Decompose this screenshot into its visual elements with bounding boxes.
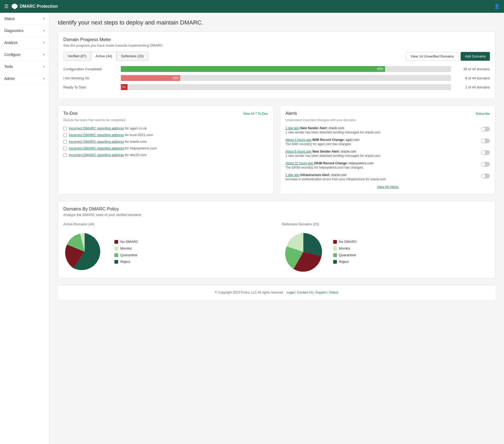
legend-label-reject-active: Reject (120, 260, 130, 264)
alert-toggle-2[interactable] (481, 150, 490, 155)
todo-checkbox-1[interactable] (63, 133, 67, 137)
alert-time-2[interactable]: About 6 hours ago (286, 150, 312, 153)
legend-item-monitor-active: Monitor (114, 246, 138, 250)
alerts-subtitle: Understand important changes with your d… (286, 118, 490, 122)
alert-domain-2: oracle.com (340, 150, 356, 153)
shield-logo-icon (12, 3, 18, 9)
alert-time-1[interactable]: About 4 hours ago (286, 138, 312, 142)
todo-link-1[interactable]: Incorrect DMARC reporting address (69, 133, 124, 137)
todo-suffix-3: for helpsystems.com (124, 146, 157, 150)
legend-label-quarantine-def: Quarantine (339, 253, 356, 257)
page-title: Identify your next steps to deploy and m… (58, 19, 495, 26)
todo-suffix-1: for trust-2021.com (124, 133, 153, 137)
progress-row-ready: Ready To Start 2% 1 of 44 domains (63, 84, 490, 90)
legend-label-quarantine-active: Quarantine (120, 253, 137, 257)
alerts-title: Alerts (286, 111, 297, 116)
alert-desc-2: 1 new sender has been detected sending m… (286, 154, 479, 158)
sidebar-item-configure[interactable]: Configure ▾ (0, 49, 49, 61)
chevron-down-icon: ▾ (43, 65, 45, 68)
progress-meter-subtitle: See the progress you have made towards i… (63, 43, 490, 47)
todo-link-4[interactable]: Incorrect DMARC reporting address (69, 153, 124, 157)
progress-bar-config: 80% (121, 66, 385, 72)
footer-link-status[interactable]: Status (329, 291, 338, 294)
chevron-down-icon: ▾ (43, 77, 45, 80)
alert-content-3: About 22 hours ago DKIM Record Change: h… (286, 161, 479, 169)
hamburger-icon[interactable]: ☰ (4, 3, 9, 9)
legend-item-quarantine-def: Quarantine (333, 253, 357, 257)
progress-bar-container-config: 80% (121, 66, 451, 72)
sidebar-item-diagnostics[interactable]: Diagnostics ▾ (0, 25, 49, 37)
view-all-alerts-link[interactable]: View All Alerts (286, 185, 490, 189)
sidebar-item-status[interactable]: Status ▾ (0, 13, 49, 25)
sidebar-item-admin[interactable]: Admin ▾ (0, 73, 49, 85)
legend-color-monitor-def (333, 247, 337, 250)
view-unverified-button[interactable]: View 14 Unverified Domains (406, 52, 458, 61)
tab-defensive[interactable]: Defensive (23) (117, 52, 148, 61)
alert-domain-1: agari.com (345, 138, 360, 142)
active-domains-title: Active Domains (44) (63, 222, 271, 226)
legend-label-no-dmarc-def: No DMARC (339, 240, 357, 244)
alert-domain-3: helpsystems.com (348, 161, 373, 165)
defensive-domains-chart-col: Defensive Domains (23) (282, 222, 490, 273)
sidebar-item-tools[interactable]: Tools ▾ (0, 61, 49, 73)
tab-verified[interactable]: Verified (67) (63, 52, 91, 61)
todo-link-3[interactable]: Incorrect DMARC reporting address (69, 146, 124, 150)
todos-card: To-Dos View All 7 To-Dos Review the task… (58, 105, 274, 194)
main-content: Identify your next steps to deploy and m… (49, 13, 504, 444)
chevron-down-icon: ▾ (43, 53, 45, 56)
legend-color-quarantine-def (333, 253, 337, 257)
todos-header: To-Dos View All 7 To-Dos (63, 111, 268, 117)
alert-time-4[interactable]: 1 day ago (286, 173, 300, 177)
add-domains-button[interactable]: Add Domains (461, 52, 490, 61)
progress-label-config: Configuration Completed (63, 67, 117, 71)
sidebar-item-analyze[interactable]: Analyze ▾ (0, 37, 49, 49)
active-chart-area: No DMARC Monitor Quarantine (63, 230, 271, 273)
todo-item-3: Incorrect DMARC reporting address for he… (63, 146, 268, 150)
todo-link-2[interactable]: Incorrect DMARC reporting address (69, 140, 124, 144)
progress-row-working: I Am Working On 18% 8 of 44 domains (63, 75, 490, 81)
progress-count-ready: 1 of 44 domains (455, 85, 490, 89)
todo-link-0[interactable]: Incorrect DMARC reporting address (69, 126, 124, 130)
chevron-down-icon: ▾ (43, 17, 45, 21)
alert-content-1: About 4 hours ago BIMI Record Change: ag… (286, 138, 479, 146)
defensive-chart-area: No DMARC Monitor Quarantine (282, 230, 490, 273)
legend-color-no-dmarc-active (114, 240, 118, 244)
todo-checkbox-4[interactable] (63, 153, 67, 157)
alerts-card: Alerts Subscribe Understand important ch… (280, 105, 496, 194)
top-nav: ☰ DMARC Protection 👤 (0, 0, 504, 13)
alert-time-3[interactable]: About 22 hours ago (286, 161, 313, 165)
tab-active[interactable]: Active (44) (91, 52, 117, 61)
legend-label-reject-def: Reject (339, 260, 349, 264)
footer-link-legal[interactable]: Legal (287, 291, 294, 294)
alert-toggle-4[interactable] (481, 174, 490, 178)
alert-time-0[interactable]: 1 day ago (286, 126, 300, 130)
view-all-todos-link[interactable]: View All 7 To-Dos (243, 112, 268, 116)
alert-item-0: 1 day ago New Sender Alert: oracle.com 1… (286, 126, 490, 134)
legend-item-monitor-def: Monitor (333, 246, 357, 250)
todo-checkbox-2[interactable] (63, 140, 67, 144)
active-pie-chart (63, 230, 106, 273)
progress-tabs: Verified (67) Active (44) Defensive (23) (63, 52, 148, 61)
alert-desc-1: The BIMI record(s) for agari.com has cha… (286, 142, 479, 146)
todo-item-1: Incorrect DMARC reporting address for tr… (63, 133, 268, 137)
alert-content-0: 1 day ago New Sender Alert: oracle.com 1… (286, 126, 479, 134)
alert-toggle-0[interactable] (481, 127, 490, 132)
defensive-pie-chart (282, 230, 325, 273)
progress-bar-working: 18% (121, 75, 180, 81)
charts-row: Active Domains (44) (63, 222, 490, 273)
footer-link-contact[interactable]: Contact Us (297, 291, 313, 294)
defensive-legend: No DMARC Monitor Quarantine (333, 240, 357, 264)
todo-checkbox-0[interactable] (63, 127, 67, 130)
legend-label-no-dmarc-active: No DMARC (120, 240, 138, 244)
alert-toggle-3[interactable] (481, 162, 490, 167)
footer-link-support[interactable]: Support (316, 291, 327, 294)
legend-item-reject-active: Reject (114, 260, 138, 264)
legend-item-reject-def: Reject (333, 260, 357, 264)
todo-checkbox-3[interactable] (63, 147, 67, 150)
user-icon[interactable]: 👤 (494, 3, 500, 9)
todo-item-2: Incorrect DMARC reporting address for or… (63, 140, 268, 144)
progress-bar-ready: 2% (121, 84, 127, 90)
subscribe-link[interactable]: Subscribe (476, 112, 490, 116)
dmarc-subtitle: Analyze the DMARC state of your verified… (63, 213, 490, 217)
alert-toggle-1[interactable] (481, 139, 490, 143)
